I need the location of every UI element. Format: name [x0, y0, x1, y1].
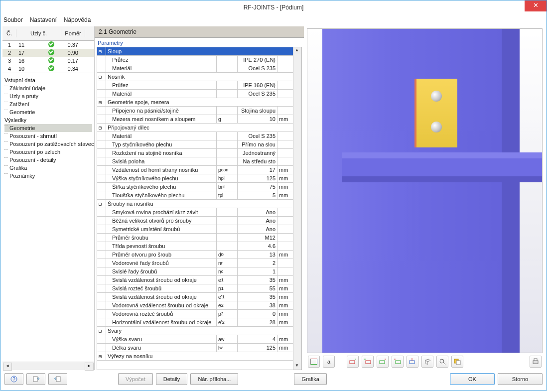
import-button[interactable] [48, 373, 67, 385]
layers-icon[interactable] [451, 356, 463, 368]
bolt-icon [431, 91, 442, 102]
tree-item[interactable]: Geometrie [4, 108, 92, 116]
scroll-up-icon[interactable]: ▲ [293, 47, 300, 54]
param-row[interactable]: Symetrické umístění šroubůAno [97, 225, 293, 234]
param-row[interactable]: PrůřezIPE 270 (EN) [97, 56, 293, 64]
param-row[interactable]: Průměr šroubuM12 [97, 234, 293, 242]
param-group[interactable]: ⊟Nosník [97, 73, 293, 81]
tree-item[interactable]: Zatížení [4, 100, 92, 108]
window-title: RF-JOINTS - [Pódium] [244, 4, 304, 11]
param-row[interactable]: MateriálOcel S 235 [97, 64, 293, 73]
tree-item[interactable]: Uzly a pruty [4, 92, 92, 100]
print-icon[interactable] [530, 356, 542, 368]
tree-item[interactable]: Geometrie [4, 124, 92, 132]
param-row[interactable]: Průměr otvoru pro šroubd013mm [97, 251, 293, 259]
dim-icon[interactable]: a [323, 356, 335, 368]
param-group[interactable]: ⊟Šrouby na nosníku [97, 200, 293, 208]
param-row[interactable]: Vzdálenost od horní strany nosníkupcon17… [97, 166, 293, 174]
svg-rect-15 [456, 361, 460, 365]
scroll-left-icon[interactable]: ◄ [3, 363, 12, 371]
param-row[interactable]: Připojeno na pásnici/stojiněStojina slou… [97, 107, 293, 115]
param-row[interactable]: Běžná velikost otvorů pro šroubyAno [97, 217, 293, 225]
node-row[interactable]: 4100.34 [2, 65, 94, 73]
tree-item[interactable]: Posouzení po uzlech [4, 148, 92, 156]
param-row[interactable]: Délka svarulw125mm [97, 344, 293, 352]
node-row[interactable]: 3160.17 [2, 57, 94, 65]
tree-item[interactable]: Grafika [4, 164, 92, 172]
national-annex-button[interactable]: Nár. příloha... [190, 373, 238, 385]
param-scrollbar[interactable]: ▲ ▼ [293, 47, 301, 370]
param-row[interactable]: MateriálOcel S 235 [97, 90, 293, 98]
param-row[interactable]: Svislá vzdálenost šroubu od okrajee135mm [97, 276, 293, 284]
view-ny-icon[interactable] [392, 356, 404, 368]
calculate-button[interactable]: Výpočet [118, 373, 153, 385]
left-scrollbar[interactable]: ◄ ► [2, 362, 94, 370]
param-row[interactable]: MateriálOcel S 235 [97, 132, 293, 140]
tree-item[interactable]: Posouzení - shrnutí [4, 132, 92, 140]
param-row[interactable]: Svislá rozteč šroubůp155mm [97, 284, 293, 293]
export-button[interactable] [26, 373, 45, 385]
ok-icon [48, 41, 54, 47]
parameters-label: Parametry [95, 38, 304, 47]
param-group[interactable]: ⊟Svary [97, 327, 293, 335]
param-group[interactable]: ⊟Sloup [97, 47, 293, 56]
iso-icon[interactable] [421, 356, 433, 368]
details-button[interactable]: Detaily [156, 373, 188, 385]
param-row[interactable]: Typ styčníkového plechuPřímo na slou [97, 140, 293, 149]
zoom-icon[interactable] [436, 356, 448, 368]
axes-icon[interactable] [308, 356, 320, 368]
svg-rect-17 [534, 359, 537, 361]
tree-item[interactable]: Poznámky [4, 172, 92, 180]
node-row[interactable]: 2170.90 [2, 49, 94, 57]
param-group[interactable]: ⊟Geometrie spoje, mezera [97, 98, 293, 107]
ok-icon [48, 49, 54, 55]
param-row[interactable]: Svislá vzdálenost šroubu od okrajee'135m… [97, 293, 293, 301]
view-y-icon[interactable] [377, 356, 389, 368]
svg-rect-21 [56, 377, 60, 382]
col-ratio: Poměr [61, 29, 85, 37]
param-row[interactable]: Vodorovná rozteč šroubůp20mm [97, 310, 293, 318]
param-group[interactable]: ⊟Výřezy na nosníku [97, 352, 293, 361]
3d-viewport[interactable] [307, 28, 543, 353]
param-row[interactable]: Šířka styčníkového plechubpl75mm [97, 183, 293, 191]
menu-file[interactable]: Soubor [3, 16, 23, 23]
param-row[interactable]: Výška styčníkového plechuhpl125mm [97, 174, 293, 183]
close-button[interactable]: ✕ [525, 0, 547, 11]
param-group[interactable]: ⊟Připojovaný dílec [97, 124, 293, 132]
tree-item[interactable]: Posouzení po zatěžovacích stavech [4, 140, 92, 148]
view-x-icon[interactable] [347, 356, 359, 368]
param-row[interactable]: Výška svaruaw4mm [97, 335, 293, 344]
tree-item[interactable]: Posouzení - detaily [4, 156, 92, 164]
param-row[interactable]: Svislá polohaNa středu sto [97, 157, 293, 166]
navigator-tree[interactable]: Vstupní data Základní údajeUzly a prutyZ… [2, 73, 94, 362]
svg-rect-0 [350, 361, 355, 364]
ok-icon [48, 65, 54, 71]
node-grid[interactable]: Č. Uzly č. Poměr 1110.372170.903160.1741… [2, 26, 94, 73]
param-row[interactable]: Vodorovná vzdálenost šroubu od okrajee23… [97, 301, 293, 310]
ok-button[interactable]: OK [450, 373, 495, 385]
cancel-button[interactable]: Storno [498, 373, 543, 385]
param-row[interactable]: PrůřezIPE 160 (EN) [97, 81, 293, 90]
view-nx-icon[interactable] [362, 356, 374, 368]
param-row[interactable]: Rozložení na stojině nosníkaJednostranný [97, 149, 293, 157]
menu-help[interactable]: Nápověda [64, 16, 91, 23]
scroll-right-icon[interactable]: ► [85, 363, 94, 371]
parameters-table[interactable]: ⊟SloupPrůřezIPE 270 (EN)MateriálOcel S 2… [97, 47, 302, 370]
scroll-down-icon[interactable]: ▼ [293, 363, 300, 370]
graphics-button[interactable]: Grafika [294, 373, 326, 385]
tree-item[interactable]: Základní údaje [4, 84, 92, 92]
col-idx: Č. [2, 29, 16, 37]
param-row[interactable]: Mezera mezi nosníkem a sloupemg10mm [97, 115, 293, 124]
param-row[interactable]: Smyková rovina prochází skrz závitAno [97, 208, 293, 217]
param-row[interactable]: Svislé řady šroubůnc1 [97, 267, 293, 276]
help-button[interactable]: ? [4, 373, 23, 385]
view-z-icon[interactable] [407, 356, 418, 368]
param-row[interactable]: Horizontální vzdálenost šroubu od okraje… [97, 318, 293, 327]
tree-results-header: Výsledky [4, 116, 92, 124]
ok-icon [48, 57, 54, 63]
param-row[interactable]: Vodorovné řady šroubůnr2 [97, 259, 293, 267]
param-row[interactable]: Třída pevnosti šroubu4.6 [97, 242, 293, 251]
menu-settings[interactable]: Nastavení [30, 16, 57, 23]
param-row[interactable]: Tloušťka styčníkového plechutpl5mm [97, 191, 293, 200]
node-row[interactable]: 1110.37 [2, 41, 94, 49]
